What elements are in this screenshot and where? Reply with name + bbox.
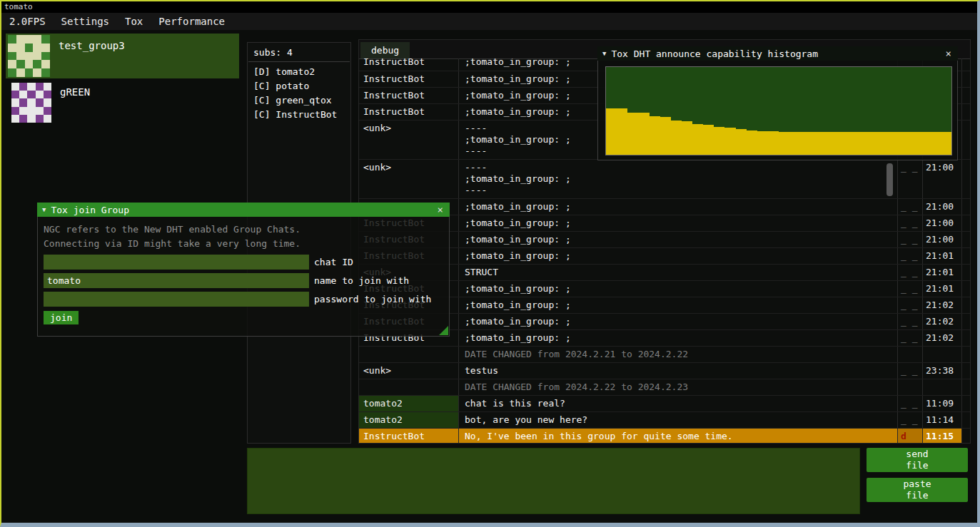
histogram-bar <box>930 132 941 155</box>
join-group-window-title: Tox join Group <box>51 205 129 215</box>
message-row[interactable]: InstructBot;tomato_in_group: ;_ _21:02 <box>359 330 970 347</box>
message-row[interactable]: InstructBot;tomato_in_group: ;_ _21:00 <box>359 199 970 215</box>
close-icon[interactable]: × <box>436 204 445 215</box>
histogram-bar <box>886 132 897 155</box>
window-title: tomato <box>4 2 33 11</box>
join-group-window-titlebar[interactable]: ▼ Tox join Group × <box>37 203 450 217</box>
resize-grip[interactable] <box>439 326 448 335</box>
chat-id-input[interactable] <box>44 255 309 270</box>
tab-debug[interactable]: debug <box>360 42 410 58</box>
paste-file-button[interactable]: paste file <box>867 478 968 502</box>
message-timestamp: 21:02 <box>922 330 961 346</box>
system-message-text: DATE CHANGED from 2024.2.22 to 2024.2.23 <box>459 379 897 395</box>
message-row[interactable]: tomato2bot, are you new here?_ _11:14 <box>359 412 970 429</box>
message-row[interactable]: InstructBotNo, I've been in this group f… <box>359 429 970 443</box>
join-button[interactable]: join <box>44 311 79 324</box>
row-padding <box>961 347 970 362</box>
message-row[interactable]: InstructBot;tomato_in_group: ;_ _21:02 <box>359 297 970 314</box>
menu-performance[interactable]: Performance <box>151 14 233 29</box>
histogram-bar <box>854 132 865 155</box>
message-row[interactable]: InstructBot;tomato_in_group: ;_ _21:01 <box>359 281 970 297</box>
histogram-bar <box>909 132 919 155</box>
member-item[interactable]: [C] InstructBot <box>248 108 350 122</box>
collapse-arrow-icon[interactable]: ▼ <box>42 206 46 213</box>
message-row[interactable]: InstructBot;tomato_in_group: ;_ _21:01 <box>359 248 970 265</box>
histogram-bar <box>919 132 930 155</box>
join-password-input[interactable] <box>44 292 309 307</box>
contact-item-test_group3[interactable]: test_group3 <box>6 34 239 78</box>
message-row[interactable]: InstructBot;tomato_in_group: ;_ _21:00 <box>359 232 970 248</box>
histogram-bar <box>703 125 714 155</box>
message-row[interactable]: InstructBot;tomato_in_group: ;_ _21:00 <box>359 215 970 232</box>
join-password-label: password to join with <box>314 294 431 305</box>
system-message-row[interactable]: DATE CHANGED from 2024.2.22 to 2024.2.23 <box>359 379 970 396</box>
dht-histogram-window-titlebar[interactable]: ▼ Tox DHT announce capability histogram … <box>597 46 958 61</box>
histogram-bar <box>606 108 617 155</box>
message-row[interactable]: InstructBot;tomato_in_group: ;_ _21:02 <box>359 314 970 330</box>
message-row[interactable]: <unk>testus_ _23:38 <box>359 363 970 379</box>
field-row: password to join with <box>44 292 449 307</box>
message-text: ;tomato_in_group: ; <box>459 314 897 329</box>
histogram-bar <box>876 132 886 155</box>
message-sender: <unk> <box>359 121 459 159</box>
menu-settings[interactable]: Settings <box>54 14 117 29</box>
histogram-bar <box>724 128 735 155</box>
menu-tox[interactable]: Tox <box>117 14 151 29</box>
histogram-bar <box>757 131 768 155</box>
message-text: ;tomato_in_group: ; <box>459 232 897 247</box>
message-sender: <unk> <box>359 160 459 198</box>
system-message-row[interactable]: DATE CHANGED from 2024.2.21 to 2024.2.22 <box>359 347 970 363</box>
contact-item-green[interactable]: gREEN <box>6 80 239 125</box>
message-sender: InstructBot <box>359 88 459 103</box>
message-row[interactable]: <unk>STRUCT_ _21:01 <box>359 265 970 281</box>
message-timestamp: 11:14 <box>922 412 961 428</box>
member-item[interactable]: [D] tomato2 <box>248 65 350 79</box>
message-text: chat is this real? <box>459 396 897 411</box>
histogram-bar <box>779 132 789 155</box>
row-padding <box>961 199 970 215</box>
histogram-bar <box>627 113 638 155</box>
row-padding <box>961 297 970 313</box>
group-avatar <box>8 35 50 77</box>
chat-id-label: chat ID <box>314 257 353 267</box>
send-file-button[interactable]: send file <box>867 448 968 472</box>
close-icon[interactable]: × <box>944 48 953 59</box>
message-timestamp: 21:01 <box>922 248 961 264</box>
row-padding <box>961 379 970 395</box>
delivery-indicator: _ _ <box>897 330 922 346</box>
message-text: ;tomato_in_group: ; <box>459 248 897 264</box>
member-list: [D] tomato2[C] potato[C] green_qtox[C] I… <box>248 65 350 122</box>
member-item[interactable]: [C] potato <box>248 79 350 93</box>
collapse-arrow-icon[interactable]: ▼ <box>602 50 606 57</box>
delivery-indicator: _ _ <box>897 297 922 313</box>
message-input[interactable] <box>247 448 860 514</box>
delivery-indicator: _ _ <box>897 215 922 231</box>
message-timestamp: 21:01 <box>922 281 961 297</box>
message-row[interactable]: tomato2chat is this real?_ _11:09 <box>359 396 970 412</box>
histogram-bar <box>671 121 682 155</box>
message-timestamp: 21:00 <box>922 215 961 231</box>
row-padding <box>961 88 970 103</box>
menu-bar: 2.0FPS Settings Tox Performance <box>1 13 977 30</box>
contact-name: gREEN <box>60 86 90 98</box>
message-timestamp: 21:02 <box>922 297 961 313</box>
join-name-input[interactable] <box>44 273 309 288</box>
delivery-indicator: _ _ <box>897 412 922 428</box>
row-padding <box>961 281 970 297</box>
chat-scrollbar[interactable] <box>886 163 893 196</box>
delivery-indicator: _ _ <box>897 314 922 329</box>
row-padding <box>961 215 970 231</box>
join-name-label: name to join with <box>314 275 409 286</box>
delivery-indicator: _ _ <box>897 265 922 280</box>
message-row[interactable]: <unk>---- ;tomato_in_group: ; ----_ _21:… <box>359 160 970 199</box>
delivery-indicator: d <box>897 429 922 443</box>
row-padding <box>961 248 970 264</box>
row-padding <box>961 104 970 120</box>
message-timestamp: 21:01 <box>922 265 961 280</box>
join-group-description: NGC refers to the New DHT enabled Group … <box>44 222 449 251</box>
row-padding <box>961 314 970 329</box>
row-padding <box>961 412 970 428</box>
message-timestamp: 21:00 <box>922 232 961 247</box>
subs-count: subs: 4 <box>248 43 350 61</box>
member-item[interactable]: [C] green_qtox <box>248 93 350 108</box>
